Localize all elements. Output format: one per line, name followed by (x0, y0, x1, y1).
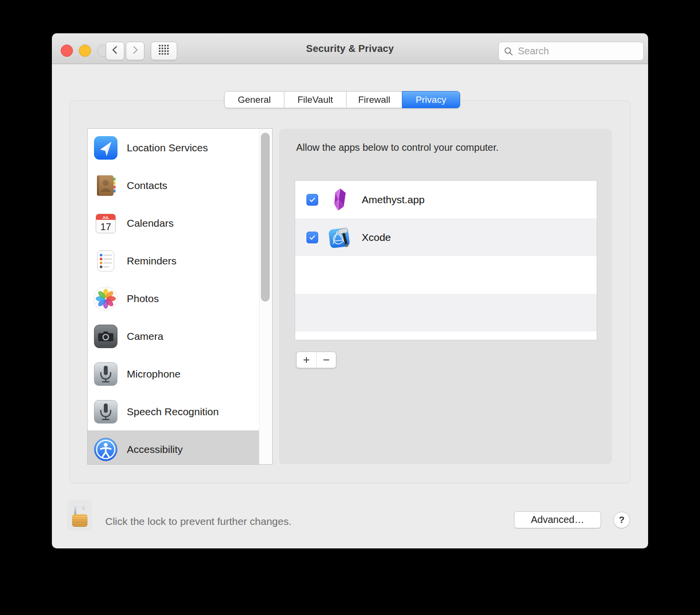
sidebar-item-label: Microphone (127, 368, 181, 380)
contacts-icon (93, 173, 118, 198)
sidebar-item-speech-recognition[interactable]: Speech Recognition (88, 393, 260, 430)
tab-filevault[interactable]: FileVault (284, 91, 347, 108)
app-name-label: Amethyst.app (362, 194, 424, 206)
reminders-icon (93, 249, 118, 273)
tab-privacy[interactable]: Privacy (402, 91, 460, 108)
tab-firewall[interactable]: Firewall (346, 91, 402, 108)
sidebar-item-label: Location Services (127, 142, 208, 154)
lock-button[interactable] (67, 500, 92, 531)
lock-open-icon (70, 502, 90, 529)
sidebar-item-label: Camera (127, 331, 163, 342)
titlebar: Security & Privacy (52, 33, 648, 64)
sidebar-item-label: Speech Recognition (127, 406, 219, 418)
app-name-label: Xcode (362, 232, 391, 243)
app-checkbox[interactable] (306, 232, 318, 243)
location-icon (93, 136, 118, 160)
accessibility-icon (93, 437, 118, 462)
sidebar-item-calendars[interactable]: JUL 17Calendars (88, 204, 260, 242)
list-edit-controls: + − (296, 352, 336, 368)
sidebar-item-label: Reminders (127, 255, 177, 267)
sidebar-item-photos[interactable]: Photos (88, 280, 260, 317)
photos-icon (93, 286, 118, 311)
tab-general[interactable]: General (224, 91, 284, 108)
sidebar-item-label: Photos (127, 293, 159, 305)
accessibility-panel: Allow the apps below to control your com… (279, 129, 612, 464)
sidebar-item-microphone[interactable]: Microphone (88, 355, 260, 393)
search-field[interactable] (498, 42, 644, 61)
lock-hint-text: Click the lock to prevent further change… (105, 516, 292, 527)
microphone-icon (93, 400, 118, 424)
panel-header: Allow the apps below to control your com… (296, 142, 499, 153)
sidebar-item-reminders[interactable]: Reminders (88, 242, 260, 280)
app-checkbox[interactable] (306, 194, 318, 206)
allowed-apps-list: Amethyst.app Xcode (295, 180, 597, 340)
search-input[interactable] (517, 45, 648, 57)
microphone-icon (93, 362, 118, 386)
help-button[interactable]: ? (613, 512, 630, 528)
xcode-icon (328, 226, 352, 249)
app-row-xcode[interactable]: Xcode (295, 218, 597, 256)
amethyst-icon (328, 188, 352, 212)
sidebar-item-label: Calendars (127, 217, 174, 229)
search-icon (504, 47, 513, 56)
privacy-category-list: Location Services Contacts JUL 17Calenda… (87, 128, 273, 465)
svg-text:17: 17 (100, 221, 111, 232)
scrollbar-track[interactable] (259, 129, 272, 464)
app-row-amethyst-app[interactable]: Amethyst.app (295, 181, 597, 218)
sidebar-item-contacts[interactable]: Contacts (88, 166, 260, 204)
sidebar-item-label: Contacts (127, 180, 167, 191)
sidebar-item-location-services[interactable]: Location Services (88, 129, 260, 166)
scrollbar-thumb[interactable] (261, 133, 270, 302)
sidebar-item-camera[interactable]: Camera (88, 317, 260, 355)
sidebar-item-label: Accessibility (127, 444, 183, 455)
svg-text:JUL: JUL (102, 215, 110, 219)
security-privacy-window: Security & Privacy GeneralFileVaultFirew… (52, 33, 648, 548)
advanced-button[interactable]: Advanced… (514, 511, 601, 528)
add-app-button[interactable]: + (296, 352, 316, 368)
calendar-icon: JUL 17 (93, 211, 118, 236)
tab-bar: GeneralFileVaultFirewallPrivacy (224, 91, 460, 108)
camera-icon (93, 324, 118, 349)
remove-app-button[interactable]: − (316, 352, 336, 368)
sidebar-item-accessibility[interactable]: Accessibility (88, 430, 260, 465)
